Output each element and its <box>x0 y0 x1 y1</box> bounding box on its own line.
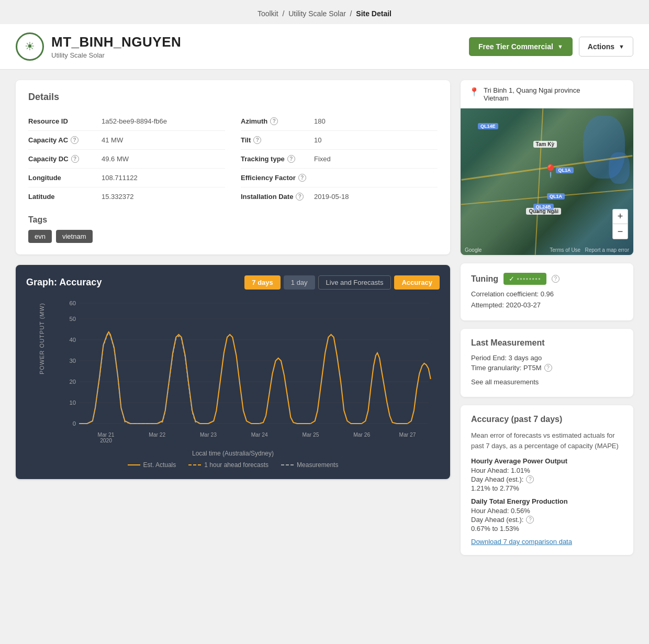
field-resource-id: Resource ID 1a52-bee9-8894-fb6e <box>28 112 225 131</box>
breadcrumb-toolkit[interactable]: Toolkit <box>258 9 278 18</box>
map-terms: Terms of Use Report a map error <box>550 247 629 253</box>
tag-vietnam: vietnam <box>56 230 93 243</box>
svg-text:Mar 21: Mar 21 <box>98 432 115 438</box>
btn-accuracy[interactable]: Accuracy <box>394 275 440 290</box>
map-label-ql14e: QL14E <box>478 123 498 129</box>
download-link[interactable]: Download 7 day comparison data <box>471 538 623 546</box>
svg-text:40: 40 <box>69 337 76 343</box>
legend-label-forecasts: 1 hour ahead forecasts <box>204 461 268 469</box>
field-capacity-ac: Capacity AC ? 41 MW <box>28 131 225 150</box>
tier-button[interactable]: Free Tier Commercial ▼ <box>469 37 573 56</box>
svg-text:50: 50 <box>69 316 76 322</box>
field-longitude: Longitude 108.711122 <box>28 169 225 187</box>
granularity-help-icon[interactable]: ? <box>544 364 552 372</box>
btn-7days[interactable]: 7 days <box>244 275 280 290</box>
tuning-progress-bar: ✓ ●●●●●●●● <box>503 273 546 285</box>
breadcrumb-current: Site Detail <box>356 9 391 18</box>
y-axis-label: POWER OUTPUT (MW) <box>39 303 45 374</box>
daily-day-ahead-help-icon[interactable]: ? <box>526 516 534 524</box>
tuning-dots: ●●●●●●●● <box>517 276 541 281</box>
actions-chevron-icon: ▼ <box>619 43 624 50</box>
breadcrumb-utility[interactable]: Utility Scale Solar <box>288 9 346 18</box>
svg-text:Mar 23: Mar 23 <box>200 432 217 438</box>
tuning-title: Tuning <box>471 274 498 284</box>
site-name: MT_BINH_NGUYEN <box>51 34 181 50</box>
legend-measurements: Measurements <box>281 461 338 469</box>
graph-card: Graph: Accuracy 7 days 1 day Live and Fo… <box>16 265 450 479</box>
legend-line-measurements <box>281 464 294 465</box>
right-column: 📍 Tri Binh 1, Quang Ngai province Vietna… <box>461 80 633 555</box>
help-icon[interactable]: ? <box>298 174 306 182</box>
map-location: 📍 Tri Binh 1, Quang Ngai province Vietna… <box>461 80 633 108</box>
help-icon[interactable]: ? <box>253 136 261 144</box>
graph-title: Graph: Accuracy <box>26 277 102 288</box>
details-grid: Resource ID 1a52-bee9-8894-fb6e Capacity… <box>28 112 438 206</box>
chart-legend: Est. Actuals 1 hour ahead forecasts Meas… <box>26 461 440 469</box>
svg-text:10: 10 <box>69 399 76 406</box>
tags-section: Tags evn vietnam <box>28 215 438 243</box>
main-content: Details Resource ID 1a52-bee9-8894-fb6e … <box>0 70 649 565</box>
chart-svg: 0 10 20 30 40 50 60 Mar 21 2020 Mar 22 M… <box>58 298 434 445</box>
location-text: Tri Binh 1, Quang Ngai province Vietnam <box>484 86 580 102</box>
actions-button[interactable]: Actions ▼ <box>579 37 633 57</box>
help-icon[interactable]: ? <box>287 155 295 163</box>
map-card: 📍 Tri Binh 1, Quang Ngai province Vietna… <box>461 80 633 255</box>
daily-label: Daily Total Energy Production <box>471 497 623 505</box>
chart-wrapper: POWER OUTPUT (MW) 0 10 20 <box>26 298 440 445</box>
map-label-tamky: Tam Kỳ <box>533 141 557 148</box>
site-info: MT_BINH_NGUYEN Utility Scale Solar <box>51 34 181 59</box>
graph-controls: 7 days 1 day Live and Forecasts Accuracy <box>244 275 440 290</box>
btn-1day[interactable]: 1 day <box>284 275 315 290</box>
tuning-correlation: Correlation coefficient: 0.96 <box>471 289 623 300</box>
tuning-help-icon[interactable]: ? <box>552 275 560 283</box>
legend-label-measurements: Measurements <box>297 461 338 469</box>
accuracy-description: Mean error of forecasts vs estimated act… <box>471 430 623 451</box>
graph-header: Graph: Accuracy 7 days 1 day Live and Fo… <box>26 275 440 290</box>
daily-day-ahead-value: 0.67% to 1.53% <box>471 525 623 532</box>
time-granularity: Time granularity: PT5M ? <box>471 364 623 372</box>
hourly-hour-ahead: Hour Ahead: 1.01% <box>471 467 623 474</box>
map-label-ql1a-2: QL1A <box>547 193 565 199</box>
field-installation-date: Installation Date ? 2019-05-18 <box>241 187 438 206</box>
svg-text:60: 60 <box>69 300 76 306</box>
solar-icon: ☀ <box>25 40 35 53</box>
field-tilt: Tilt ? 10 <box>241 131 438 150</box>
tags-list: evn vietnam <box>28 230 438 243</box>
svg-text:0: 0 <box>73 420 76 427</box>
field-tracking-type: Tracking type ? Fixed <box>241 150 438 169</box>
period-end: Period End: 3 days ago <box>471 354 623 362</box>
tag-evn: evn <box>28 230 52 243</box>
map-road-3 <box>534 108 543 255</box>
map-zoom-out[interactable]: − <box>613 224 628 239</box>
x-axis-label: Local time (Australia/Sydney) <box>26 450 440 457</box>
last-measurement-title: Last Measurement <box>471 338 623 348</box>
field-capacity-dc: Capacity DC ? 49.6 MW <box>28 150 225 169</box>
help-icon[interactable]: ? <box>270 117 278 125</box>
help-icon[interactable]: ? <box>296 193 304 201</box>
svg-text:30: 30 <box>69 358 76 364</box>
tier-chevron-icon: ▼ <box>557 43 563 50</box>
accuracy-panel: Accuracy (past 7 days) Mean error of for… <box>461 405 633 555</box>
map-zoom-in[interactable]: + <box>613 209 628 224</box>
header-bar: ☀ MT_BINH_NGUYEN Utility Scale Solar Fre… <box>0 24 649 70</box>
field-efficiency: Efficiency Factor ? <box>241 169 438 187</box>
svg-text:Mar 25: Mar 25 <box>302 432 319 438</box>
help-icon[interactable]: ? <box>71 155 79 163</box>
map-area[interactable]: Tam Kỳ Quảng Ngãi QL14E QL1A QL1A QL24B … <box>461 108 633 255</box>
legend-forecasts: 1 hour ahead forecasts <box>188 461 268 469</box>
hourly-day-ahead-value: 1.21% to 2.77% <box>471 484 623 492</box>
svg-text:Mar 27: Mar 27 <box>399 432 416 438</box>
legend-label-est: Est. Actuals <box>143 461 176 469</box>
svg-text:Mar 24: Mar 24 <box>251 432 268 438</box>
tuning-attempted: Attempted: 2020-03-27 <box>471 300 623 311</box>
map-controls: + − <box>612 209 628 239</box>
site-type: Utility Scale Solar <box>51 51 181 59</box>
day-ahead-help-icon[interactable]: ? <box>526 475 534 483</box>
help-icon[interactable]: ? <box>71 136 79 144</box>
map-google-label: Google <box>465 247 482 253</box>
tags-title: Tags <box>28 215 438 225</box>
see-all-link[interactable]: See all measurements <box>471 378 539 386</box>
btn-live-forecasts[interactable]: Live and Forecasts <box>318 275 391 290</box>
last-measurement-panel: Last Measurement Period End: 3 days ago … <box>461 329 633 397</box>
site-logo: ☀ <box>16 32 44 61</box>
